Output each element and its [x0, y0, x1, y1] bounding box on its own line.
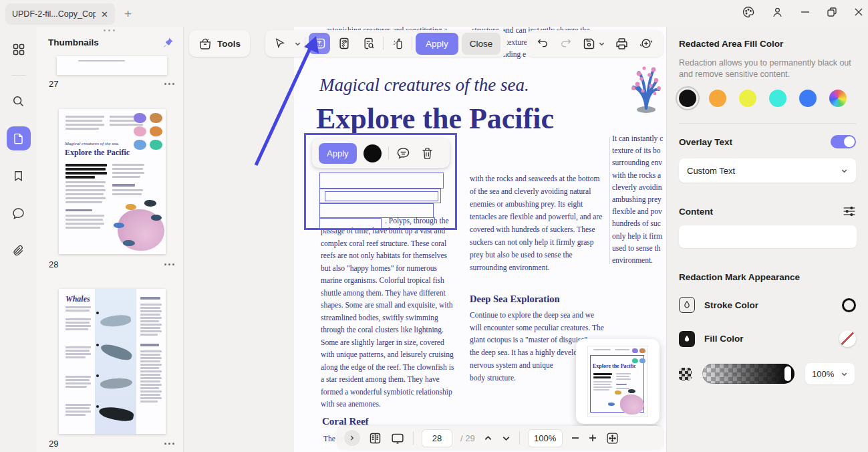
doc-column-right: It can instantly c texture of its bo sur…: [612, 132, 663, 266]
window-controls: [742, 5, 864, 19]
print-icon[interactable]: [615, 37, 629, 51]
page-29-menu-icon[interactable]: [164, 443, 174, 445]
attachments-icon[interactable]: [7, 239, 31, 263]
search-redact-tool[interactable]: [358, 33, 380, 54]
toolbar-divider-3: [412, 37, 412, 50]
swatch-custom-rainbow[interactable]: [829, 90, 847, 107]
redo-icon[interactable]: [559, 37, 573, 50]
page-number-27: 27: [49, 79, 58, 89]
popup-divider: [388, 146, 389, 160]
doc-title: Explore the Pacific: [316, 102, 554, 136]
page-thumbnail-27[interactable]: [57, 56, 167, 75]
redaction-area-2b[interactable]: [325, 191, 438, 201]
page-thumbnail-29[interactable]: Whales: [59, 289, 166, 434]
fit-page-icon[interactable]: [605, 431, 619, 445]
popup-fill-color-swatch[interactable]: [364, 144, 382, 162]
redaction-area-3[interactable]: [319, 203, 434, 218]
fill-color-icon: [679, 331, 695, 347]
page-thumbnail-28[interactable]: Magical creatures of the sea. Explore th…: [59, 109, 166, 254]
doc-subtitle: Magical creatures of the sea.: [319, 75, 529, 96]
pin-panel-icon[interactable]: [162, 37, 174, 48]
fill-color-value-none[interactable]: [839, 330, 856, 347]
coral-illustration: [625, 59, 667, 114]
file-actions-toolbar: [527, 30, 663, 57]
opacity-slider-handle[interactable]: [784, 366, 791, 381]
home-grid-icon[interactable]: [7, 37, 31, 62]
next-page-icon[interactable]: [501, 433, 511, 443]
document-tab[interactable]: UPDF-2-fil...Copy_Copy* ✕: [5, 3, 115, 25]
select-cursor-button[interactable]: [269, 33, 291, 54]
bookmarks-icon[interactable]: [7, 164, 31, 188]
redaction-area-1[interactable]: [319, 173, 444, 189]
swatch-black[interactable]: [679, 90, 696, 107]
expand-bar-button[interactable]: [344, 430, 360, 446]
thumb28-subtitle: Magical creatures of the sea.: [65, 141, 119, 146]
thumbnails-panel-icon[interactable]: [7, 126, 31, 150]
comments-icon[interactable]: [7, 201, 31, 225]
page-number-28: 28: [49, 259, 58, 269]
popup-overlay-text-icon[interactable]: [396, 146, 411, 161]
doc-column-mid: with the rocks and seaweeds at the botto…: [470, 173, 602, 274]
new-tab-button[interactable]: +: [124, 7, 132, 21]
share-icon[interactable]: [639, 36, 654, 51]
swatch-yellow[interactable]: [739, 90, 756, 107]
overlay-text-toggle[interactable]: [831, 135, 856, 148]
redact-pages-tool[interactable]: [333, 33, 355, 54]
minimize-button[interactable]: [800, 7, 811, 17]
panel-drag-handle[interactable]: [104, 29, 115, 31]
rail-divider: [11, 75, 26, 76]
tab-close-icon[interactable]: ✕: [101, 9, 108, 19]
mark-text-redaction-tool[interactable]: [309, 33, 330, 54]
redaction-selection-box[interactable]: Apply: [304, 133, 457, 230]
content-options-icon[interactable]: [843, 205, 856, 217]
page-27-menu-icon[interactable]: [164, 83, 174, 85]
zoom-level-value[interactable]: 100%: [528, 429, 563, 447]
column-rule: [609, 137, 610, 264]
bottom-divider-2: [519, 431, 520, 445]
presentation-mode-icon[interactable]: [390, 431, 405, 445]
page-number-input[interactable]: 28: [422, 429, 452, 447]
save-icon[interactable]: [582, 37, 596, 51]
popup-delete-icon[interactable]: [420, 146, 434, 160]
close-button[interactable]: Close: [462, 33, 501, 55]
select-cursor-chevron-icon[interactable]: [294, 40, 301, 47]
apply-button[interactable]: Apply: [416, 33, 458, 55]
zoom-out-icon[interactable]: [571, 433, 580, 443]
theme-palette-icon[interactable]: [742, 5, 755, 19]
opacity-dropdown[interactable]: 100%: [805, 363, 855, 384]
fill-color-label: Fill Color: [704, 334, 830, 344]
stroke-color-value[interactable]: [842, 298, 856, 312]
swatch-blue[interactable]: [799, 90, 817, 107]
overlay-text-dropdown-value: Custom Text: [687, 166, 735, 176]
page-28-menu-icon[interactable]: [164, 263, 174, 265]
tools-button-label: Tools: [217, 39, 241, 49]
overlay-text-label: Overlay Text: [679, 137, 732, 147]
page-preview-card: Explore the Pacific: [576, 339, 660, 424]
app-window: UPDF-2-fil...Copy_Copy* ✕ +: [0, 0, 868, 452]
popup-apply-button[interactable]: Apply: [319, 143, 357, 164]
tools-button[interactable]: Tools: [189, 30, 250, 57]
thumbnails-panel: Thumbnails 27 Magic: [37, 27, 184, 452]
zoom-in-icon[interactable]: [588, 433, 597, 443]
overlay-text-dropdown[interactable]: Custom Text: [679, 158, 856, 183]
appearance-title: Redaction Mark Appearance: [679, 272, 856, 282]
account-icon[interactable]: [771, 6, 784, 19]
save-chevron-icon[interactable]: [598, 40, 605, 47]
reading-mode-icon[interactable]: [368, 431, 382, 445]
swatch-orange[interactable]: [709, 90, 726, 107]
dropdown-chevron-icon: [841, 167, 848, 175]
erase-tool[interactable]: [387, 33, 408, 54]
opacity-slider[interactable]: [702, 364, 794, 384]
swatch-cyan[interactable]: [769, 90, 786, 107]
redaction-area-4[interactable]: [319, 218, 382, 229]
previous-page-icon[interactable]: [483, 433, 493, 443]
redaction-toolbar: Apply Close: [265, 30, 507, 57]
title-bar: UPDF-2-fil...Copy_Copy* ✕ +: [0, 0, 868, 27]
close-window-button[interactable]: [853, 7, 864, 17]
search-icon[interactable]: [7, 89, 31, 113]
restore-button[interactable]: [827, 7, 837, 17]
page-number-29: 29: [49, 439, 58, 449]
content-text-input[interactable]: [679, 225, 857, 248]
left-icon-rail: [0, 27, 37, 452]
undo-icon[interactable]: [536, 37, 549, 50]
